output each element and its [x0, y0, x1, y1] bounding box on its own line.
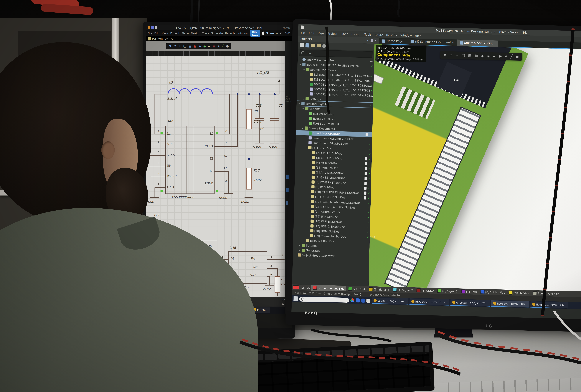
- lm-menu-item[interactable]: Window: [238, 31, 248, 35]
- tool-icon[interactable]: ▼: [169, 44, 172, 48]
- folder-icon[interactable]: [317, 44, 321, 47]
- taskbar-item[interactable]: w_spas...: [213, 307, 231, 313]
- lm-menu-item[interactable]: Design: [191, 31, 200, 35]
- tool-icon[interactable]: ▼: [444, 53, 446, 57]
- lm-menu-item[interactable]: Simulate: [211, 31, 223, 35]
- gear-icon[interactable]: ⚙: [280, 31, 282, 35]
- chrome-icon[interactable]: [154, 308, 158, 312]
- rm-menu-item[interactable]: Reports: [386, 33, 397, 37]
- tool-icon[interactable]: ◆: [199, 44, 201, 48]
- tool-icon[interactable]: ⊕: [174, 44, 176, 48]
- rm-menu-item[interactable]: Tools: [364, 33, 372, 36]
- lm-menu-item[interactable]: View: [162, 31, 168, 35]
- tool-icon[interactable]: +: [178, 44, 181, 48]
- tool-icon[interactable]: ╱: [222, 44, 224, 48]
- compile-icon[interactable]: [306, 43, 309, 47]
- layer-tab[interactable]: [5] GND2: [415, 287, 436, 294]
- lm-menu-item[interactable]: Project: [170, 31, 180, 35]
- rm-menu-item[interactable]: File: [301, 31, 306, 35]
- taskbar-item[interactable]: EcoSBV...: [252, 307, 270, 313]
- app-icon[interactable]: [356, 298, 360, 302]
- tool-icon[interactable]: ●: [226, 44, 229, 48]
- tool-icon[interactable]: ◉: [213, 44, 215, 48]
- layer-tab[interactable]: [8] Solder Side: [478, 289, 507, 295]
- tool-icon[interactable]: ◉: [498, 54, 502, 58]
- home-icon[interactable]: ⌂: [276, 31, 278, 35]
- projects-search[interactable]: Search: [300, 49, 372, 58]
- tool-icon[interactable]: A: [505, 54, 507, 58]
- tool-icon[interactable]: ▦: [194, 44, 196, 48]
- tool-icon[interactable]: ▰: [493, 54, 496, 58]
- tool-icon[interactable]: ◈: [203, 44, 206, 48]
- taskbar-item[interactable]: Login -...: [175, 307, 192, 313]
- tool-icon[interactable]: ⊕: [449, 53, 452, 57]
- lm-search[interactable]: Search: [281, 26, 290, 29]
- layer-tab[interactable]: [4] Signal 2: [391, 287, 415, 293]
- app-icon[interactable]: [159, 308, 163, 312]
- layer-tab[interactable]: [7] PWR: [459, 288, 479, 295]
- folder-icon[interactable]: [311, 44, 315, 47]
- start-button[interactable]: [294, 297, 298, 301]
- document-tab[interactable]: Smart block.PcbDoc: [456, 39, 498, 47]
- lm-menu-item[interactable]: Reports: [225, 31, 236, 35]
- tool-icon[interactable]: ◈: [487, 54, 490, 58]
- save-icon[interactable]: [300, 43, 304, 47]
- lm-menu-item[interactable]: Tools: [202, 31, 209, 35]
- tool-icon[interactable]: ▢: [462, 53, 465, 57]
- lm-menu-item[interactable]: Place: [182, 31, 189, 35]
- panel-close-icon[interactable]: ✕: [374, 39, 377, 42]
- app-icon[interactable]: [164, 308, 168, 312]
- lm-menu-item[interactable]: File: [148, 31, 152, 35]
- layer-tab[interactable]: Top Overlay: [507, 290, 531, 296]
- panel-caret-icon[interactable]: ▾: [367, 39, 368, 42]
- tool-icon[interactable]: ▰: [208, 44, 210, 48]
- tool-icon[interactable]: ▤: [468, 53, 472, 58]
- comment-icon[interactable]: [262, 31, 264, 35]
- tool-icon[interactable]: ▢: [183, 44, 186, 48]
- app-icon[interactable]: [366, 298, 370, 303]
- layer-tab[interactable]: [1] Component Side: [311, 285, 346, 292]
- document-tab[interactable]: Home Page: [379, 38, 408, 44]
- scroll-right-icon[interactable]: ▶: [309, 286, 310, 289]
- layer-tab[interactable]: Bottom Overlay: [531, 290, 560, 297]
- rm-menu-item[interactable]: Design: [351, 32, 362, 36]
- tool-icon[interactable]: ◆: [481, 54, 484, 58]
- tool-icon[interactable]: ●: [516, 55, 519, 59]
- chrome-icon[interactable]: [350, 298, 354, 302]
- rm-floating-toolbar[interactable]: ▼⊕+▢▤▦◆◈▰◉A╱●: [440, 51, 522, 61]
- taskbar-search[interactable]: [299, 296, 349, 303]
- layer-set-tab[interactable]: LS: [300, 285, 306, 291]
- tool-icon[interactable]: ╱: [510, 54, 512, 59]
- lm-buy-now-button[interactable]: Buy Now: [250, 29, 260, 36]
- taskbar-item[interactable]: EcoSBV1.PrjPcb - Alti...: [530, 301, 568, 309]
- lm-schematic-sheet[interactable]: L3 2.2µH DA2 TPS63000DRCR 4V2_LTE R8 1.1…: [146, 56, 284, 297]
- lm-menu-item[interactable]: Edit: [154, 31, 160, 35]
- lm-doc-tab[interactable]: [5] PWR.SchDoc: [152, 37, 174, 40]
- rm-menu-item[interactable]: Edit: [309, 31, 314, 35]
- rm-menu-item[interactable]: Window: [400, 33, 412, 37]
- layer-tab[interactable]: [3] Signal 1: [367, 286, 391, 293]
- taskbar-item[interactable]: w_spase - app_stm32l...: [450, 299, 490, 307]
- layer-tab[interactable]: [6] Signal 3: [436, 288, 460, 294]
- lm-account[interactable]: EnC: [285, 31, 290, 35]
- taskbar-item[interactable]: EcoSBV1.PrjPcb - Alti...: [491, 300, 529, 308]
- tool-icon[interactable]: ▤: [188, 44, 192, 48]
- taskbar-item[interactable]: BDC-03...: [194, 307, 212, 313]
- rm-menu-item[interactable]: Help: [415, 34, 422, 37]
- lm-share-button[interactable]: Share: [266, 31, 274, 35]
- taskbar-item[interactable]: Login - Google Chro...: [372, 298, 408, 305]
- scroll-left-icon[interactable]: ◀: [307, 286, 308, 289]
- lm-floating-toolbar[interactable]: ▼⊕+▢▤▦◆◈▰◉A╱●: [166, 43, 231, 49]
- rm-menu-item[interactable]: Place: [340, 32, 348, 36]
- app-icon[interactable]: [170, 308, 174, 312]
- app-icon[interactable]: [361, 298, 365, 302]
- layer-tab[interactable]: [2] GND1: [346, 286, 367, 292]
- rm-menu-item[interactable]: View: [318, 31, 324, 35]
- panel-pin-icon[interactable]: [370, 39, 373, 42]
- tool-icon[interactable]: A: [218, 44, 220, 48]
- taskbar-item[interactable]: BDC-0301 -Direct Driv...: [409, 298, 449, 306]
- start-icon[interactable]: [148, 308, 152, 313]
- rm-menu-item[interactable]: Route: [375, 33, 383, 36]
- tool-icon[interactable]: +: [456, 53, 458, 57]
- tool-icon[interactable]: ▦: [474, 54, 478, 58]
